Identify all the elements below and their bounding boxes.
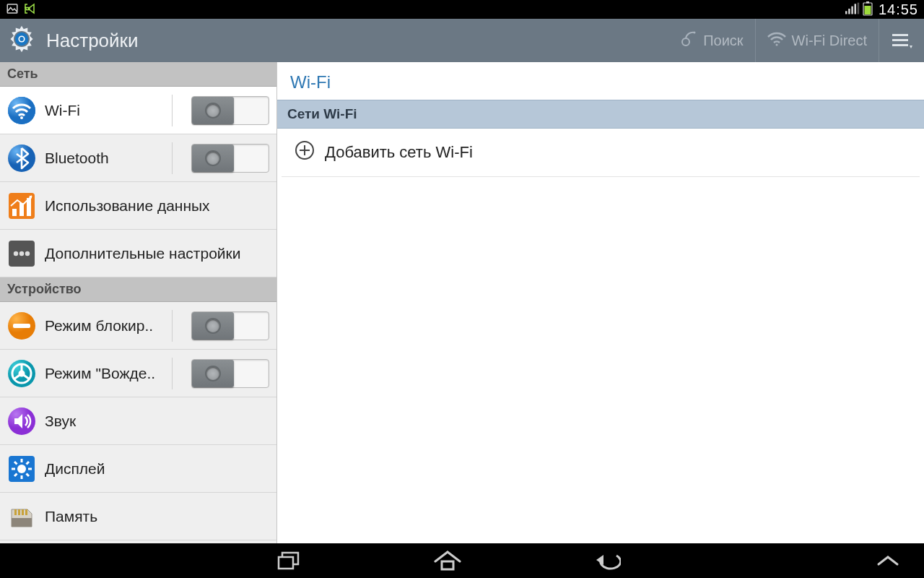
svg-rect-3 [851,6,853,14]
page-title: Настройки [46,30,139,52]
svg-point-31 [19,251,24,255]
search-label: Поиск [703,33,743,49]
add-icon [295,140,315,165]
search-button[interactable]: Поиск [668,19,754,62]
svg-rect-34 [13,324,30,328]
driving-toggle[interactable] [191,359,269,388]
sidebar-item-storage[interactable]: Память [0,493,276,540]
data-usage-icon [7,191,36,220]
wifi-direct-label: Wi-Fi Direct [792,33,867,49]
menu-icon [891,30,912,51]
svg-rect-55 [22,509,24,515]
sound-icon [7,407,36,436]
sidebar-item-label: Bluetooth [45,150,167,167]
sidebar-item-blocking[interactable]: Режим блокир.. [0,302,276,350]
svg-rect-61 [442,561,453,569]
svg-rect-2 [848,9,850,14]
svg-rect-5 [858,2,860,14]
action-bar: Настройки Поиск Wi-Fi Direct [0,19,924,62]
blocking-toggle[interactable] [191,311,269,340]
sidebar-item-wifi[interactable]: Wi-Fi [0,87,276,134]
sidebar-item-datausage[interactable]: Использование данных [0,182,276,230]
back-icon [592,550,621,571]
sidebar-item-more[interactable]: Дополнительные настройки [0,230,276,277]
bluetooth-icon [7,144,36,173]
svg-point-15 [775,43,777,46]
svg-point-43 [17,465,26,473]
blocking-mode-icon [7,311,36,340]
sidebar-item-bluetooth[interactable]: Bluetooth [0,134,276,182]
wifi-direct-button[interactable]: Wi-Fi Direct [755,19,879,62]
svg-rect-53 [14,509,17,515]
svg-rect-52 [12,518,32,527]
sidebar-item-label: Использование данных [45,197,269,215]
svg-rect-18 [892,44,908,46]
sidebar-item-label: Звук [45,413,269,430]
svg-rect-7 [866,1,869,4]
svg-point-13 [682,38,689,46]
storage-icon [7,502,36,531]
svg-rect-54 [18,509,20,515]
detail-title: Wi-Fi [277,62,924,100]
search-icon [680,30,697,51]
home-button[interactable] [433,546,462,575]
svg-point-14 [694,31,696,33]
sidebar-item-label: Режим "Вожде.. [45,365,167,382]
wifi-icon [767,32,786,50]
signal-icon [845,2,860,17]
more-icon [7,239,36,268]
settings-sidebar: Сеть Wi-Fi Bluetooth Исп [0,62,277,543]
svg-point-30 [14,251,18,255]
detail-networks-header: Сети Wi-Fi [277,100,924,129]
home-icon [434,550,461,571]
recent-apps-icon [276,550,301,571]
display-icon [7,454,36,483]
detail-pane: Wi-Fi Сети Wi-Fi Добавить сеть Wi-Fi [277,62,924,543]
svg-rect-56 [25,509,27,515]
recent-apps-button[interactable] [274,546,303,575]
svg-rect-1 [845,11,847,14]
svg-point-32 [25,251,30,255]
picture-icon [6,2,19,17]
sidebar-item-label: Режим блокир.. [45,317,167,335]
section-header-device: Устройство [0,277,276,302]
svg-rect-60 [279,557,293,569]
bluetooth-toggle[interactable] [191,144,269,173]
add-network-row[interactable]: Добавить сеть Wi-Fi [282,129,920,177]
sidebar-item-label: Дополнительные настройки [45,245,269,262]
svg-rect-8 [864,6,871,14]
svg-rect-0 [7,4,17,13]
status-bar: 14:55 [0,0,924,19]
menu-button[interactable] [879,19,917,62]
back-button[interactable] [592,546,621,575]
section-header-network: Сеть [0,62,276,87]
svg-rect-25 [12,209,17,216]
svg-point-22 [20,116,23,119]
svg-rect-16 [892,34,908,36]
add-network-label: Добавить сеть Wi-Fi [325,143,473,162]
svg-rect-4 [854,4,856,14]
sidebar-item-label: Дисплей [45,460,269,478]
sidebar-item-driving[interactable]: Режим "Вожде.. [0,350,276,397]
svg-marker-19 [910,46,912,48]
svg-rect-17 [892,39,908,41]
sidebar-item-display[interactable]: Дисплей [0,445,276,493]
main-area: Сеть Wi-Fi Bluetooth Исп [0,62,924,543]
chevron-up-icon [876,553,900,568]
sidebar-item-label: Память [45,508,269,525]
sidebar-item-sound[interactable]: Звук [0,397,276,445]
svg-point-12 [19,37,24,41]
driving-mode-icon [7,359,36,388]
status-clock: 14:55 [879,1,918,18]
sidebar-item-label: Wi-Fi [45,102,167,119]
download-icon [23,2,36,17]
settings-gear-icon [6,23,38,58]
expand-button[interactable] [873,546,902,575]
navigation-bar [0,543,924,578]
wifi-icon [7,96,36,125]
wifi-toggle[interactable] [191,96,269,125]
battery-icon [863,1,873,18]
